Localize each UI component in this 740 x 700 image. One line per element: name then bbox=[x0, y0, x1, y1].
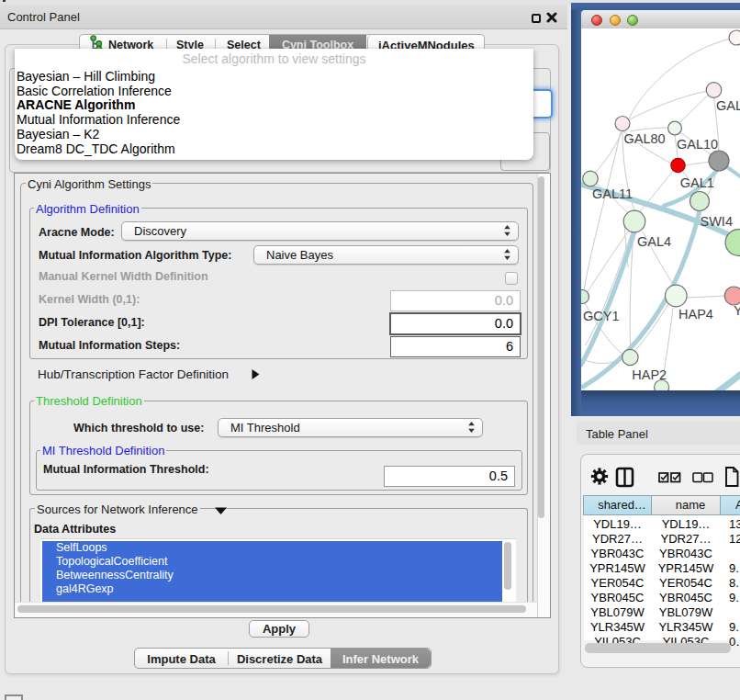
svg-text:GAL2: GAL2 bbox=[716, 98, 740, 113]
svg-text:GAL80: GAL80 bbox=[624, 131, 666, 146]
svg-text:Y: Y bbox=[734, 303, 740, 318]
svg-text:GAL10: GAL10 bbox=[677, 137, 718, 152]
svg-text:GAL1: GAL1 bbox=[680, 175, 714, 190]
svg-text:SWI4: SWI4 bbox=[701, 214, 733, 229]
svg-text:HAP2: HAP2 bbox=[632, 367, 667, 382]
svg-text:GAL4: GAL4 bbox=[637, 234, 671, 249]
svg-text:GCY1: GCY1 bbox=[583, 309, 620, 323]
svg-text:HAP4: HAP4 bbox=[678, 307, 713, 322]
svg-text:GAL11: GAL11 bbox=[592, 186, 633, 201]
